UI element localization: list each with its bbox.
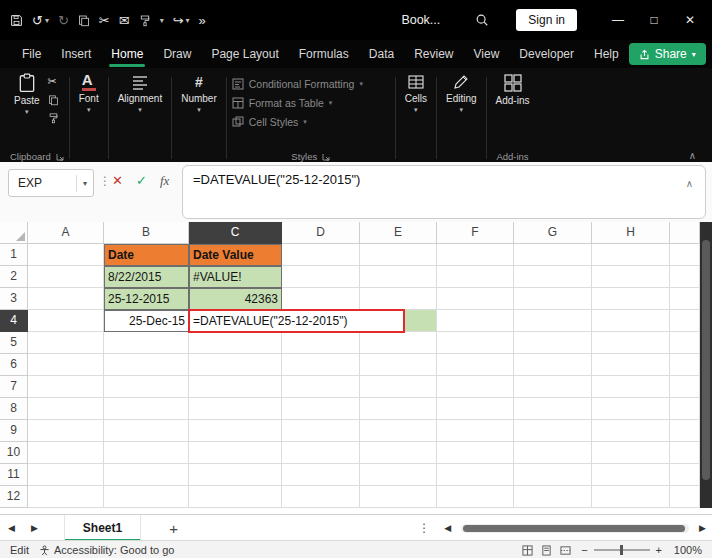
cell-I2[interactable] (670, 266, 700, 288)
tab-formulas[interactable]: Formulas (289, 40, 359, 68)
save-button[interactable] (10, 14, 23, 27)
cell-H10[interactable] (592, 442, 670, 464)
cell-H1[interactable] (592, 244, 670, 266)
sheet-tab-sheet1[interactable]: Sheet1 (64, 515, 141, 541)
vertical-scrollbar-thumb[interactable] (702, 240, 710, 480)
row-header-12[interactable]: 12 (0, 486, 28, 508)
zoom-slider[interactable] (594, 549, 650, 551)
column-header-G[interactable]: G (514, 222, 592, 244)
tab-help[interactable]: Help (584, 40, 629, 68)
cell-C12[interactable] (189, 486, 282, 508)
column-header-H[interactable]: H (592, 222, 670, 244)
cell-C7[interactable] (189, 376, 282, 398)
cell-B9[interactable] (104, 420, 189, 442)
cell-E10[interactable] (360, 442, 437, 464)
tab-view[interactable]: View (464, 40, 510, 68)
page-break-view-icon[interactable] (560, 545, 571, 556)
mail-button[interactable]: ✉ (119, 13, 130, 28)
column-header-F[interactable]: F (437, 222, 514, 244)
cell-A11[interactable] (28, 464, 104, 486)
insert-function-button[interactable]: fx (160, 173, 169, 189)
cell-D9[interactable] (282, 420, 360, 442)
cell-D12[interactable] (282, 486, 360, 508)
sheet-nav-right-icon[interactable]: ▶ (23, 523, 46, 533)
cell-D11[interactable] (282, 464, 360, 486)
normal-view-icon[interactable] (522, 545, 533, 556)
sheet-nav-left-icon[interactable]: ◀ (0, 523, 23, 533)
cell-I10[interactable] (670, 442, 700, 464)
cell-F4[interactable] (437, 310, 514, 332)
row-header-4[interactable]: 4 (0, 310, 28, 332)
cell-E1[interactable] (360, 244, 437, 266)
cell-A9[interactable] (28, 420, 104, 442)
cell-C9[interactable] (189, 420, 282, 442)
cell-F2[interactable] (437, 266, 514, 288)
cell-G12[interactable] (514, 486, 592, 508)
addins-button[interactable]: Add-ins (492, 71, 534, 108)
name-box[interactable]: EXP ▾ (8, 169, 94, 197)
cell-H8[interactable] (592, 398, 670, 420)
cell-E9[interactable] (360, 420, 437, 442)
cell-D6[interactable] (282, 354, 360, 376)
search-button[interactable] (475, 13, 489, 27)
styles-dialog-launcher[interactable] (322, 153, 330, 161)
cell-G7[interactable] (514, 376, 592, 398)
cell-A1[interactable] (28, 244, 104, 266)
cell-E6[interactable] (360, 354, 437, 376)
cell-A6[interactable] (28, 354, 104, 376)
column-header-partial[interactable] (670, 222, 700, 244)
cell-C11[interactable] (189, 464, 282, 486)
copy-button-ribbon[interactable] (48, 93, 59, 106)
cell-B12[interactable] (104, 486, 189, 508)
cell-D10[interactable] (282, 442, 360, 464)
cell-styles-button[interactable]: Cell Styles ▾ (232, 112, 390, 131)
cell-D1[interactable] (282, 244, 360, 266)
cell-E8[interactable] (360, 398, 437, 420)
cell-D2[interactable] (282, 266, 360, 288)
cell-A4[interactable] (28, 310, 104, 332)
cell-F9[interactable] (437, 420, 514, 442)
copy-button[interactable] (78, 14, 90, 27)
cell-G1[interactable] (514, 244, 592, 266)
close-button[interactable]: ✕ (672, 0, 708, 40)
cell-H7[interactable] (592, 376, 670, 398)
cell-B8[interactable] (104, 398, 189, 420)
vertical-scrollbar[interactable] (700, 222, 712, 508)
row-header-5[interactable]: 5 (0, 332, 28, 354)
cell-G2[interactable] (514, 266, 592, 288)
horizontal-scrollbar[interactable] (461, 524, 689, 533)
cell-G6[interactable] (514, 354, 592, 376)
page-layout-view-icon[interactable] (541, 545, 552, 556)
clipboard-dialog-launcher[interactable] (56, 153, 64, 161)
cell-A2[interactable] (28, 266, 104, 288)
editing-button[interactable]: Editing ▾ (442, 71, 481, 116)
cell-C6[interactable] (189, 354, 282, 376)
cancel-entry-button[interactable]: ✕ (112, 173, 123, 188)
sheet-bar-options-icon[interactable]: ⋮ (412, 521, 436, 535)
format-as-table-button[interactable]: Format as Table ▾ (232, 93, 390, 112)
cell-G10[interactable] (514, 442, 592, 464)
number-button[interactable]: # Number ▾ (177, 71, 221, 116)
tab-review[interactable]: Review (404, 40, 463, 68)
redo-button[interactable]: ↻ (58, 13, 69, 28)
cell-B10[interactable] (104, 442, 189, 464)
cut-button-ribbon[interactable]: ✂ (48, 75, 59, 88)
sign-in-button[interactable]: Sign in (516, 9, 577, 31)
cell-C10[interactable] (189, 442, 282, 464)
touch-mode-button[interactable]: ▾ (160, 16, 164, 25)
tab-home[interactable]: Home (101, 40, 153, 68)
row-header-10[interactable]: 10 (0, 442, 28, 464)
cell-H9[interactable] (592, 420, 670, 442)
horizontal-scrollbar-thumb[interactable] (463, 525, 685, 532)
cell-F11[interactable] (437, 464, 514, 486)
format-painter-button-ribbon[interactable] (48, 111, 59, 124)
undo-button[interactable]: ↺▾ (32, 13, 49, 28)
cell-A12[interactable] (28, 486, 104, 508)
cell-F12[interactable] (437, 486, 514, 508)
cell-F7[interactable] (437, 376, 514, 398)
cell-I1[interactable] (670, 244, 700, 266)
cell-editor[interactable]: =DATEVALUE("25-12-2015") (188, 309, 405, 333)
zoom-slider-thumb[interactable] (620, 545, 623, 555)
format-painter-button[interactable] (139, 14, 151, 27)
formula-input[interactable]: =DATEVALUE("25-12-2015") ∧ (182, 165, 706, 219)
